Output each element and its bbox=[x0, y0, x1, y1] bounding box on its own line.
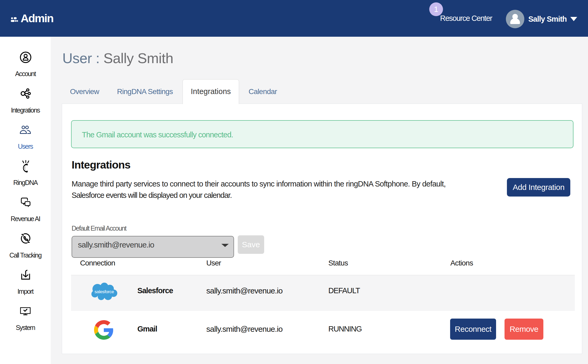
svg-text:salesforce: salesforce bbox=[95, 289, 114, 294]
